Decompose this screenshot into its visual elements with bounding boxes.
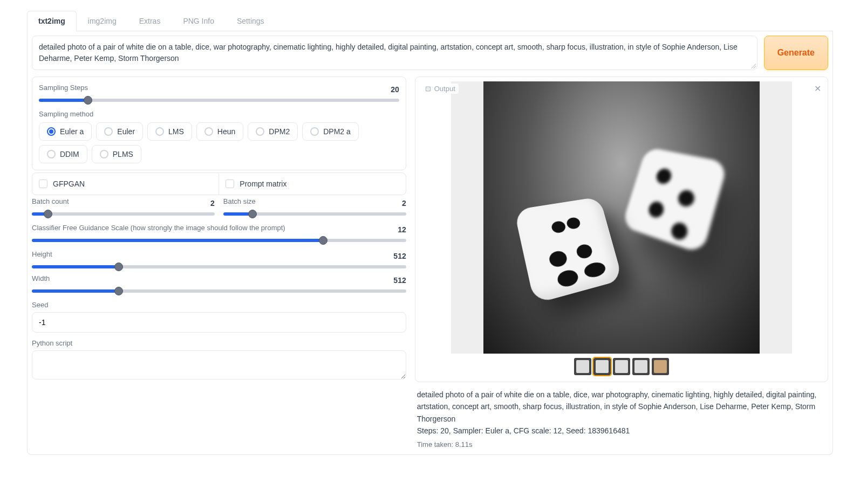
sampling-method-label: Sampling method	[39, 110, 399, 118]
output-thumbnails	[574, 358, 669, 377]
thumbnail-5[interactable]	[652, 358, 669, 375]
image-icon: ⊡	[425, 85, 431, 93]
tab-settings[interactable]: Settings	[226, 11, 276, 31]
gfpgan-checkbox[interactable]: GFPGAN	[32, 173, 219, 195]
prompt-row: detailed photo of a pair of white die on…	[32, 36, 828, 70]
sampling-method-radios: Euler a Euler LMS Heun DPM2 DPM2 a DDIM …	[39, 122, 399, 163]
output-main-image[interactable]	[483, 81, 760, 354]
generate-button[interactable]: Generate	[764, 36, 828, 70]
sampling-steps-value: 20	[391, 85, 399, 94]
tab-png-info[interactable]: PNG Info	[172, 11, 226, 31]
radio-label: LMS	[168, 127, 184, 136]
tab-img2img[interactable]: img2img	[77, 11, 128, 31]
radio-label: Euler a	[60, 127, 84, 136]
radio-icon	[47, 150, 56, 158]
batch-size-label: Batch size	[223, 197, 256, 205]
radio-ddim[interactable]: DDIM	[39, 145, 87, 163]
python-script-label: Python script	[32, 339, 406, 347]
cfg-slider[interactable]	[32, 239, 406, 242]
height-value: 512	[393, 252, 406, 260]
seed-label: Seed	[32, 301, 406, 309]
prompt-matrix-checkbox[interactable]: Prompt matrix	[219, 173, 405, 195]
radio-plms[interactable]: PLMS	[92, 145, 141, 163]
checkbox-label: Prompt matrix	[240, 179, 286, 188]
output-params: Steps: 20, Sampler: Euler a, CFG scale: …	[417, 425, 826, 437]
tab-bar: txt2img img2img Extras PNG Info Settings	[27, 11, 833, 31]
batch-size-value: 2	[402, 199, 406, 208]
thumbnail-1[interactable]	[574, 358, 591, 375]
output-meta: detailed photo of a pair of white die on…	[415, 389, 828, 450]
output-image-area	[420, 81, 823, 377]
content-row: Sampling Steps 20 Sampling method Euler …	[32, 77, 828, 450]
cfg-label: Classifier Free Guidance Scale (how stro…	[32, 224, 285, 232]
output-prompt-echo: detailed photo of a pair of white die on…	[417, 389, 826, 425]
prompt-input[interactable]: detailed photo of a pair of white die on…	[32, 36, 757, 70]
main-container: detailed photo of a pair of white die on…	[27, 31, 833, 455]
thumbnail-4[interactable]	[632, 358, 650, 375]
checkbox-icon	[39, 179, 47, 188]
sampling-steps-slider[interactable]	[39, 99, 399, 102]
batch-count-slider[interactable]	[32, 212, 215, 216]
tab-extras[interactable]: Extras	[128, 11, 172, 31]
radio-dpm2[interactable]: DPM2	[248, 122, 298, 141]
radio-label: DPM2 a	[323, 127, 351, 136]
sampling-group: Sampling Steps 20 Sampling method Euler …	[32, 77, 406, 170]
radio-icon	[104, 127, 113, 136]
width-label: Width	[32, 274, 50, 282]
radio-euler-a[interactable]: Euler a	[39, 122, 92, 141]
batch-row: Batch count 2 Batch size 2	[32, 197, 406, 217]
seed-group: Seed	[32, 301, 406, 333]
batch-size-slider[interactable]	[223, 212, 406, 216]
width-slider[interactable]	[32, 289, 406, 293]
close-icon[interactable]: ✕	[812, 84, 823, 94]
radio-euler[interactable]: Euler	[96, 122, 143, 141]
width-value: 512	[393, 276, 406, 285]
height-label: Height	[32, 250, 52, 258]
height-group: Height 512	[32, 250, 406, 270]
sampling-steps-label: Sampling Steps	[39, 84, 88, 92]
seed-input[interactable]	[32, 312, 406, 333]
radio-icon	[310, 127, 319, 136]
output-box: ⊡ Output ✕	[415, 77, 828, 382]
radio-label: DDIM	[60, 150, 79, 158]
dice-icon	[622, 147, 728, 254]
thumbnail-3[interactable]	[613, 358, 630, 375]
python-script-input[interactable]	[32, 350, 406, 379]
radio-lms[interactable]: LMS	[147, 122, 192, 141]
python-script-group: Python script	[32, 339, 406, 381]
width-group: Width 512	[32, 274, 406, 294]
radio-icon	[256, 127, 264, 136]
checkboxes-group: GFPGAN Prompt matrix	[32, 172, 406, 195]
radio-icon	[204, 127, 213, 136]
checkbox-label: GFPGAN	[53, 179, 85, 188]
radio-label: PLMS	[113, 150, 133, 158]
radio-icon	[155, 127, 164, 136]
radio-icon	[47, 127, 56, 136]
radio-label: Euler	[117, 127, 135, 136]
output-header-label: Output	[434, 85, 455, 93]
output-time: Time taken: 8.11s	[417, 439, 826, 451]
batch-count-label: Batch count	[32, 197, 69, 205]
thumbnail-2[interactable]	[593, 358, 611, 375]
radio-label: DPM2	[269, 127, 290, 136]
radio-label: Heun	[217, 127, 235, 136]
height-slider[interactable]	[32, 265, 406, 268]
output-header: ⊡ Output ✕	[420, 81, 823, 98]
batch-count-value: 2	[210, 199, 215, 208]
cfg-group: Classifier Free Guidance Scale (how stro…	[32, 224, 406, 244]
radio-heun[interactable]: Heun	[196, 122, 243, 141]
settings-panel: Sampling Steps 20 Sampling method Euler …	[32, 77, 406, 450]
checkbox-icon	[226, 179, 234, 188]
output-panel: ⊡ Output ✕	[415, 77, 828, 450]
tab-txt2img[interactable]: txt2img	[27, 11, 77, 31]
radio-dpm2a[interactable]: DPM2 a	[302, 122, 359, 141]
radio-icon	[100, 150, 108, 158]
cfg-value: 12	[398, 225, 406, 234]
dice-icon	[514, 197, 623, 304]
